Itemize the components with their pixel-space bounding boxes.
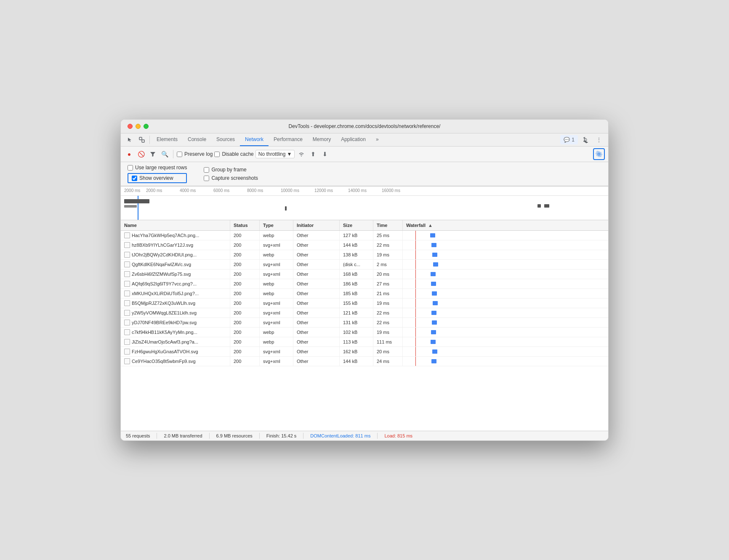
cell-status: 200 — [230, 289, 260, 298]
cursor-icon[interactable] — [124, 134, 136, 146]
cell-name: Ce9YHacO35q8t5wbmFp9.svg — [121, 357, 230, 366]
disable-cache-text: Disable cache — [222, 151, 253, 157]
cell-time: 22 ms — [373, 240, 403, 250]
col-type[interactable]: Type — [260, 220, 293, 230]
cell-status: 200 — [230, 308, 260, 317]
table-row[interactable]: JiZisZ4UmarOjo5cAwf3.png?a... 200 webp O… — [121, 337, 608, 347]
tab-network[interactable]: Network — [240, 133, 269, 146]
maximize-button[interactable] — [144, 124, 149, 129]
download-icon[interactable]: ⬇ — [320, 149, 330, 159]
large-rows-checkbox[interactable] — [128, 165, 133, 171]
tab-performance[interactable]: Performance — [269, 133, 308, 146]
waterfall-bar — [431, 359, 436, 363]
cell-time: 20 ms — [373, 269, 403, 279]
group-by-frame-checkbox[interactable] — [204, 167, 209, 173]
waterfall-red-line — [415, 250, 416, 259]
wifi-icon[interactable] — [296, 149, 306, 159]
cell-initiator: Other — [293, 269, 340, 279]
table-row[interactable]: AQfq69qS2Ig6lT9Y7vcc.png?... 200 webp Ot… — [121, 279, 608, 289]
cell-size: 121 kB — [340, 308, 373, 317]
show-overview-checkbox[interactable] — [132, 176, 137, 181]
waterfall-red-line — [415, 260, 416, 269]
tab-sources[interactable]: Sources — [211, 133, 240, 146]
waterfall-bar — [430, 233, 435, 237]
cell-name: hz8BXb9YIYLhCGarY12J.svg — [121, 240, 230, 250]
settings-section: Use large request rows Show overview Gro… — [121, 162, 608, 186]
table-row[interactable]: hz8BXb9YIYLhCGarY12J.svg 200 svg+xml Oth… — [121, 240, 608, 250]
cell-name: QgftKdlKE6NqaFwlZAVc.svg — [121, 260, 230, 269]
cell-status: 200 — [230, 318, 260, 327]
upload-icon[interactable]: ⬆ — [308, 149, 318, 159]
throttle-dropdown[interactable]: No throttling ▼ — [255, 150, 295, 158]
large-rows-label[interactable]: Use large request rows — [128, 165, 187, 171]
cell-initiator: Other — [293, 250, 340, 259]
cell-size: 186 kB — [340, 279, 373, 288]
tab-console[interactable]: Console — [183, 133, 211, 146]
capture-screenshots-checkbox[interactable] — [204, 176, 209, 181]
col-time[interactable]: Time — [373, 220, 403, 230]
table-row[interactable]: Ce9YHacO35q8t5wbmFp9.svg 200 svg+xml Oth… — [121, 357, 608, 366]
waterfall-red-line — [415, 337, 416, 347]
table-row[interactable]: xMKUHQxXLiRDiiUTol5J.png?... 200 webp Ot… — [121, 289, 608, 299]
table-row[interactable]: c7kf94kHB11kK5AyYyMn.png... 200 webp Oth… — [121, 328, 608, 337]
cell-waterfall — [403, 337, 608, 347]
search-icon[interactable]: 🔍 — [160, 149, 170, 159]
waterfall-bar — [431, 330, 436, 334]
waterfall-red-line — [415, 357, 416, 366]
show-overview-label[interactable]: Show overview — [132, 175, 183, 181]
preserve-log-label[interactable]: Preserve log — [177, 151, 213, 157]
cell-name: Zv6sbHi6fZfZMWufSp75.svg — [121, 269, 230, 279]
clear-button[interactable]: 🚫 — [136, 149, 146, 159]
more-options-icon[interactable]: ⋮ — [593, 134, 605, 146]
inspector-icon[interactable] — [136, 134, 148, 146]
settings-icon[interactable] — [580, 134, 591, 146]
cell-time: 19 ms — [373, 299, 403, 308]
feedback-badge[interactable]: 💬 1 — [560, 135, 578, 144]
table-row[interactable]: B5QMjpRJZ72xKQ3uWLlh.svg 200 svg+xml Oth… — [121, 299, 608, 308]
disable-cache-label[interactable]: Disable cache — [214, 151, 253, 157]
col-size[interactable]: Size — [340, 220, 373, 230]
cell-type: webp — [260, 289, 293, 298]
cell-initiator: Other — [293, 347, 340, 356]
group-by-frame-label[interactable]: Group by frame — [204, 167, 258, 173]
close-button[interactable] — [128, 124, 133, 129]
disable-cache-checkbox[interactable] — [214, 152, 220, 157]
table-row[interactable]: QgftKdlKE6NqaFwlZAVc.svg 200 svg+xml Oth… — [121, 260, 608, 269]
waterfall-red-line — [415, 308, 416, 317]
waterfall-red-line — [415, 240, 416, 250]
network-settings-icon[interactable] — [593, 148, 605, 160]
cell-initiator: Other — [293, 231, 340, 240]
cell-waterfall — [403, 357, 608, 366]
waterfall-bar — [432, 291, 437, 296]
table-row[interactable]: FzH6gwuHgXuGnasATVOH.svg 200 svg+xml Oth… — [121, 347, 608, 357]
col-initiator[interactable]: Initiator — [293, 220, 340, 230]
table-row[interactable]: HacYha7GkWHp5eq7ACh.png... 200 webp Othe… — [121, 231, 608, 240]
tab-memory[interactable]: Memory — [308, 133, 336, 146]
minimize-button[interactable] — [136, 124, 141, 129]
table-row[interactable]: Zv6sbHi6fZfZMWufSp75.svg 200 svg+xml Oth… — [121, 269, 608, 279]
cell-type: svg+xml — [260, 240, 293, 250]
file-name: tJOhr2jBQWy2CdKHDlUl.png... — [132, 252, 197, 257]
tab-application[interactable]: Application — [336, 133, 371, 146]
cell-time: 24 ms — [373, 357, 403, 366]
tab-elements[interactable]: Elements — [152, 133, 183, 146]
waterfall-bar — [431, 340, 436, 344]
cell-waterfall — [403, 299, 608, 308]
col-status[interactable]: Status — [230, 220, 260, 230]
table-row[interactable]: yDJ70NF49BREe9kHD7pw.svg 200 svg+xml Oth… — [121, 318, 608, 328]
status-sep-5 — [377, 433, 378, 439]
filter-icon[interactable] — [148, 149, 158, 159]
record-button[interactable]: ● — [124, 149, 134, 159]
cell-time: 2 ms — [373, 260, 403, 269]
table-row[interactable]: y2W5yVOMWqgL8ZE1Lklh.svg 200 svg+xml Oth… — [121, 308, 608, 318]
cell-status: 200 — [230, 231, 260, 240]
col-name[interactable]: Name — [121, 220, 230, 230]
col-waterfall[interactable]: Waterfall ▲ — [403, 220, 608, 230]
capture-screenshots-label[interactable]: Capture screenshots — [204, 175, 258, 181]
tab-more[interactable]: » — [371, 133, 384, 146]
preserve-log-checkbox[interactable] — [177, 152, 182, 157]
ruler-label-8: 16000 ms — [382, 188, 415, 193]
table-row[interactable]: tJOhr2jBQWy2CdKHDlUl.png... 200 webp Oth… — [121, 250, 608, 260]
file-icon — [124, 358, 130, 364]
cell-type: svg+xml — [260, 308, 293, 317]
